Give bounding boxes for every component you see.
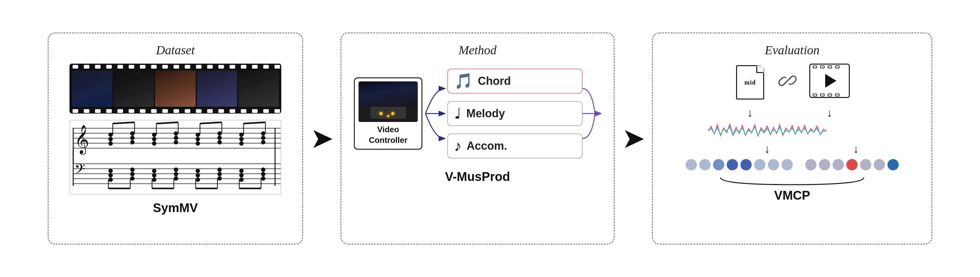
svg-point-35	[174, 176, 178, 181]
svg-point-28	[130, 172, 135, 176]
midi-text-label: mid	[745, 79, 756, 86]
svg-line-57	[156, 122, 178, 123]
svg-point-31	[152, 173, 156, 178]
video-hole	[828, 94, 832, 96]
eval-arrows-row2: ↓ ↓	[665, 144, 919, 155]
film-hole	[73, 109, 78, 113]
svg-line-59	[243, 122, 266, 123]
film-hole	[106, 109, 112, 113]
film-hole	[207, 65, 213, 69]
token-r1	[805, 159, 816, 170]
film-hole	[84, 65, 89, 69]
film-hole	[173, 65, 179, 69]
film-hole	[173, 109, 179, 113]
film-hole	[229, 65, 235, 69]
eval-top-row: mid	[665, 64, 919, 101]
svg-point-18	[239, 133, 243, 137]
vehicle-silhouette	[371, 107, 406, 119]
film-holes-bottom	[70, 108, 281, 114]
spacer1	[775, 107, 800, 118]
token-r2	[819, 159, 830, 170]
chord-label: Chord	[478, 75, 511, 88]
accom-note-icon: ♪	[454, 139, 461, 154]
token-6	[754, 159, 765, 170]
film-hole	[196, 65, 202, 69]
film-hole	[151, 65, 157, 69]
svg-point-42	[239, 169, 243, 173]
svg-point-29	[130, 176, 135, 181]
method-inner: VideoController	[354, 64, 601, 163]
video-arrow-down: ↓	[809, 107, 850, 118]
film-hole	[274, 65, 280, 69]
dataset-title: Dataset	[156, 43, 195, 58]
token-4	[727, 159, 738, 170]
svg-point-9	[174, 131, 178, 136]
svg-point-5	[130, 140, 135, 144]
film-strip	[70, 64, 281, 114]
arrow-dataset-to-method: ➤	[303, 125, 340, 152]
brace-svg	[714, 176, 870, 185]
light-left	[379, 112, 383, 115]
video-hole	[820, 66, 824, 68]
svg-point-1	[108, 137, 113, 141]
arrow-method-to-eval: ➤	[615, 125, 652, 152]
svg-point-39	[218, 168, 222, 172]
method-label: V-MusProd	[445, 170, 510, 184]
film-hole	[196, 109, 202, 113]
svg-point-17	[218, 140, 222, 144]
token-row-left	[686, 158, 793, 171]
svg-point-25	[108, 173, 113, 178]
film-hole	[274, 109, 280, 113]
svg-point-41	[218, 176, 222, 181]
svg-point-36	[196, 169, 200, 173]
right-arrows-container	[582, 64, 601, 163]
eval-label: VMCP	[774, 188, 810, 202]
film-frame-5	[238, 70, 279, 107]
video-file-icon	[809, 64, 850, 98]
film-hole	[118, 65, 123, 69]
token-1	[686, 159, 697, 170]
film-hole	[263, 109, 269, 113]
token-r4	[846, 159, 858, 170]
svg-point-15	[218, 131, 222, 136]
sheet-music-notes	[70, 120, 281, 194]
token-row-right	[805, 158, 899, 171]
svg-point-10	[174, 136, 178, 140]
film-hole	[218, 109, 224, 113]
svg-point-27	[130, 168, 135, 172]
link-icon	[775, 64, 800, 98]
token-r3	[833, 159, 844, 170]
film-hole	[207, 109, 213, 113]
film-hole	[241, 65, 247, 69]
token-5	[740, 159, 752, 170]
svg-point-45	[261, 168, 266, 172]
film-hole	[95, 109, 100, 113]
eval-title: Evaluation	[765, 43, 819, 58]
svg-point-12	[196, 133, 200, 137]
film-hole	[129, 65, 134, 69]
svg-line-58	[200, 122, 222, 123]
svg-point-43	[239, 173, 243, 178]
panel-dataset: Dataset	[48, 32, 303, 245]
film-frame-1	[72, 70, 113, 107]
brace-row	[665, 176, 919, 185]
svg-point-20	[239, 141, 243, 146]
waveform-svg	[708, 122, 826, 140]
svg-point-22	[261, 136, 266, 140]
curved-arrows-svg	[422, 64, 447, 163]
film-frame-4	[197, 70, 237, 107]
svg-point-19	[239, 137, 243, 141]
link-svg	[778, 71, 797, 90]
output-box-melody: ♩ Melody	[447, 101, 582, 126]
big-arrow-icon: ➤	[310, 125, 334, 152]
video-hole	[813, 94, 817, 96]
video-arrow-down2: ↓	[836, 144, 876, 155]
eval-tokens-row	[665, 158, 919, 171]
method-title: Method	[458, 43, 496, 58]
film-holes-top	[70, 64, 281, 69]
film-hole	[95, 65, 100, 69]
film-frames	[70, 64, 281, 114]
video-hole	[813, 66, 817, 68]
dataset-label: SymMV	[153, 201, 198, 215]
svg-line-75	[785, 78, 790, 83]
